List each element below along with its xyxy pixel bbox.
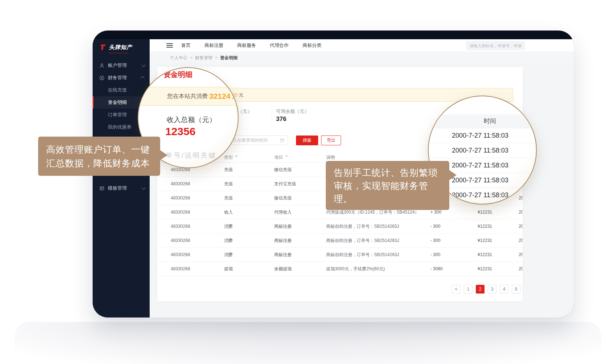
cell-desc: 代理提成300元（ID:1245，订单号：SB45124） <box>326 209 430 215</box>
callout-right-line3: 理。 <box>334 192 441 205</box>
pagination-prev-button[interactable]: < <box>452 285 461 294</box>
cell-order: 48330268 <box>157 238 224 243</box>
lens-banner-prefix: 您在本站共消费 <box>167 93 208 100</box>
col-header-type[interactable]: 类型 <box>224 154 274 161</box>
chevron-down-icon <box>142 186 146 190</box>
pagination-page-5[interactable]: 5 <box>512 285 520 294</box>
cell-amount: + 300 <box>430 210 478 215</box>
cell-balance: ¥12231 <box>478 224 519 229</box>
chevron-down-icon <box>142 63 146 67</box>
logo-subline <box>109 53 128 53</box>
cell-order: 48330268 <box>157 195 224 201</box>
cell-type: 充值 <box>224 167 274 173</box>
cell-type: 充值 <box>224 195 274 201</box>
nav-item-trademark-service[interactable]: 商标服务 <box>232 42 262 49</box>
cell-amount: - 3060 <box>430 266 478 271</box>
sidebar: 头牌知产 账户管理 财务管理 <box>93 39 150 318</box>
breadcrumb-separator: > <box>215 55 218 60</box>
nav-item-home[interactable]: 首页 <box>176 42 196 49</box>
marketing-canvas: 头牌知产 账户管理 财务管理 <box>0 0 616 364</box>
cell-desc: 商标自助注册，订单号：SB2514263J <box>326 252 430 258</box>
cell-balance: ¥12231 <box>478 238 519 243</box>
cell-order: 48330268 <box>157 252 224 257</box>
cell-time: 2000-7-27 11:58:03 <box>519 266 523 271</box>
lens-income-label: 收入总额（元） <box>167 115 216 125</box>
cell-desc: 商标自助注册，订单号：SB2514263J <box>326 223 430 230</box>
expense-label-fragment: （元） <box>238 108 252 115</box>
callout-right-line2: 审核，实现智能财务管 <box>334 179 441 192</box>
cell-time: 2000-7-27 11:58:03 <box>519 252 523 257</box>
table-row: 48330268 消费 商标注册 商标自助注册，订单号：SB2514263J -… <box>157 248 523 262</box>
cell-project: 代理收入 <box>274 209 326 215</box>
cell-time: 2000-7-27 11:58:03 <box>519 195 523 201</box>
sidebar-item-template[interactable]: 模板管理 <box>93 182 150 194</box>
cell-project: 微信充值 <box>274 167 326 173</box>
cell-project: 商标注册 <box>274 252 326 258</box>
cell-time: 2000-7-27 11:58:03 <box>519 238 523 243</box>
cell-amount: - 300 <box>430 238 478 243</box>
table-row: 48330268 消费 商标注册 商标自助注册，订单号：SB2514263J -… <box>157 219 523 234</box>
sidebar-subitem-online-recharge[interactable]: 在线充值 <box>93 84 150 96</box>
export-button[interactable]: 导出 <box>321 136 341 145</box>
sidebar-item-account[interactable]: 账户管理 <box>93 59 150 72</box>
cell-balance: ¥12231 <box>478 210 519 215</box>
sidebar-subitem-label: 我的优惠券 <box>108 124 131 130</box>
template-icon <box>99 186 105 191</box>
lens-time-row: 2000-7-27 11:58:03 <box>429 143 536 158</box>
finance-icon <box>99 75 105 81</box>
pagination-page-1[interactable]: 1 <box>464 285 473 294</box>
sidebar-item-label: 模板管理 <box>108 185 127 191</box>
cell-type: 消费 <box>224 223 274 230</box>
col-header-desc: 说明 <box>326 154 430 161</box>
cell-type: 提现 <box>224 266 274 272</box>
sort-caret-icon <box>235 155 238 158</box>
cell-amount: - 300 <box>430 224 478 229</box>
cell-type: 收入 <box>224 209 274 215</box>
sidebar-subitem-label: 资金明细 <box>108 99 127 106</box>
cell-type: 消费 <box>224 252 274 258</box>
logo: 头牌知产 <box>93 39 150 52</box>
calendar-icon[interactable] <box>280 138 284 142</box>
user-icon <box>99 63 105 68</box>
breadcrumb-personal-center[interactable]: 个人中心 <box>170 55 187 61</box>
col-header-project[interactable]: 项目 <box>274 154 326 161</box>
cell-order: 48330268 <box>157 224 224 229</box>
pagination-page-3[interactable]: 3 <box>488 285 497 294</box>
sidebar-item-finance[interactable]: 财务管理 <box>93 72 150 84</box>
nav-item-trademark-category[interactable]: 商标分类 <box>297 42 327 49</box>
sidebar-subitem-label: 在线充值 <box>108 87 127 93</box>
stats-divider <box>272 107 272 126</box>
cell-project: 支付宝充值 <box>274 181 326 187</box>
cell-desc: 商标自助注册，订单号：SB2514263J <box>326 238 430 244</box>
cell-type: 消费 <box>224 238 274 244</box>
cell-balance: ¥12231 <box>478 252 519 257</box>
lens-income-value: 12356 <box>165 125 195 138</box>
search-button[interactable]: 搜索 <box>296 136 318 145</box>
callout-left-line1: 高效管理账户订单、一键 <box>46 142 152 156</box>
laptop-base <box>15 322 601 364</box>
hamburger-menu-icon[interactable] <box>166 42 173 49</box>
pagination-page-2-active[interactable]: 2 <box>476 285 485 294</box>
lens-banner-fragment: 您在本站共消费 32124 元 <box>138 87 239 106</box>
callout-right-line1: 告别手工统计、告别繁琐 <box>334 166 441 179</box>
callout-left: 高效管理账户订单、一键 汇总数据，降低财务成本 <box>38 137 160 176</box>
trademark-search-input[interactable] <box>466 41 525 50</box>
cell-balance: ¥12231 <box>478 266 519 271</box>
callout-right: 告别手工统计、告别繁琐 审核，实现智能财务管 理。 <box>326 161 449 210</box>
breadcrumb-finance[interactable]: 财务管理 <box>195 55 212 61</box>
sort-caret-icon <box>285 155 288 158</box>
pagination: < 1 2 3 4 5 <box>452 285 520 294</box>
logo-text: 头牌知产 <box>109 44 132 51</box>
sidebar-item-label: 账户管理 <box>108 62 127 69</box>
nav-item-agency[interactable]: 代理合作 <box>264 42 294 49</box>
lens-time-row: 2000-7-27 11:58:03 <box>429 128 536 143</box>
cell-order: 48330268 <box>157 181 224 186</box>
pagination-page-4[interactable]: 4 <box>500 285 508 294</box>
lens-time-header: 时间 <box>429 114 536 128</box>
cell-amount: - 300 <box>430 252 478 257</box>
logo-icon <box>99 44 106 51</box>
balance-value: 376 <box>276 116 286 123</box>
nav-item-trademark-register[interactable]: 商标注册 <box>199 42 229 49</box>
lens-tab-fragment: 资金明细 <box>163 70 192 80</box>
cell-order: 48330268 <box>157 210 224 215</box>
